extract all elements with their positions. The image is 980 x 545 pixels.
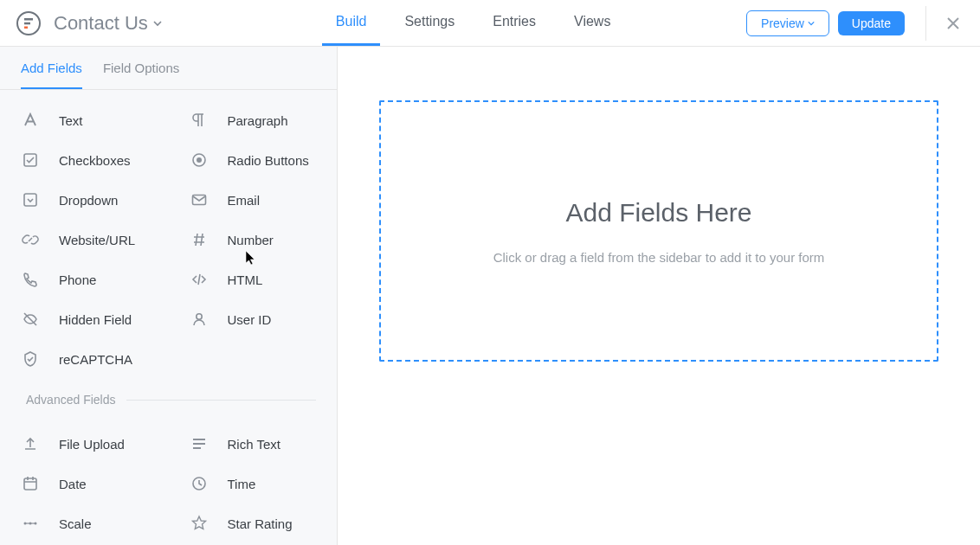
link-icon: [21, 230, 40, 249]
date-icon: [21, 474, 40, 493]
advanced-fields-grid: File Upload Rich Text Date Time Scale St…: [0, 414, 337, 545]
field-label: Radio Buttons: [228, 153, 309, 168]
svg-rect-2: [24, 22, 30, 24]
recaptcha-icon: [21, 349, 40, 369]
field-label: HTML: [228, 272, 263, 287]
field-label: Star Rating: [228, 516, 293, 531]
field-text[interactable]: Text: [0, 100, 169, 140]
field-label: Dropdown: [59, 193, 118, 208]
field-label: Paragraph: [228, 113, 288, 128]
richtext-icon: [190, 434, 209, 453]
field-label: Scale: [59, 516, 92, 531]
tab-settings[interactable]: Settings: [390, 0, 468, 46]
section-label: Advanced Fields: [26, 393, 116, 407]
tab-label: Build: [336, 14, 367, 29]
divider-line: [126, 400, 316, 401]
field-number[interactable]: Number: [169, 220, 338, 260]
field-label: Phone: [59, 272, 96, 287]
upload-icon: [21, 434, 40, 453]
form-title-label: Contact Us: [54, 12, 148, 35]
header-actions: Preview Update: [746, 6, 964, 41]
update-button[interactable]: Update: [838, 11, 905, 35]
chevron-down-icon: [153, 19, 162, 28]
sidebar-tab-label: Add Fields: [21, 61, 82, 75]
svg-rect-10: [24, 478, 36, 490]
text-a-icon: [21, 111, 40, 130]
field-label: reCAPTCHA: [59, 352, 132, 367]
chevron-down-icon: [808, 20, 815, 27]
tab-label: Views: [574, 14, 610, 29]
checkbox-icon: [21, 151, 40, 170]
field-time[interactable]: Time: [169, 464, 338, 503]
email-icon: [190, 190, 209, 209]
sidebar-tab-field-options[interactable]: Field Options: [103, 47, 179, 89]
canvas: Add Fields Here Click or drag a field fr…: [338, 47, 980, 545]
main-tabs: Build Settings Entries Views: [322, 0, 635, 46]
field-label: Text: [59, 113, 83, 128]
tab-views[interactable]: Views: [560, 0, 624, 46]
tab-label: Settings: [404, 14, 455, 29]
button-label: Preview: [761, 16, 804, 30]
field-website-url[interactable]: Website/URL: [0, 220, 169, 260]
hash-icon: [190, 230, 209, 249]
phone-icon: [21, 270, 40, 289]
tab-entries[interactable]: Entries: [479, 0, 550, 46]
field-label: Hidden Field: [59, 312, 132, 327]
field-label: Rich Text: [228, 437, 280, 452]
svg-rect-7: [24, 194, 36, 206]
field-html[interactable]: HTML: [169, 260, 338, 299]
field-label: Website/URL: [59, 233, 135, 247]
field-checkboxes[interactable]: Checkboxes: [0, 140, 169, 180]
tab-label: Entries: [493, 14, 536, 29]
form-title-dropdown[interactable]: Contact Us: [54, 12, 162, 35]
field-label: Email: [228, 193, 261, 208]
app-logo-icon: [16, 10, 42, 36]
app-header: Contact Us Build Settings Entries Views …: [0, 0, 980, 47]
field-label: User ID: [228, 312, 272, 327]
svg-rect-1: [24, 18, 33, 21]
sidebar-tab-label: Field Options: [103, 61, 179, 75]
field-phone[interactable]: Phone: [0, 260, 169, 299]
button-label: Update: [852, 16, 891, 30]
star-icon: [190, 514, 209, 533]
sidebar-tabs: Add Fields Field Options: [0, 47, 337, 90]
field-scale[interactable]: Scale: [0, 503, 169, 543]
field-label: Checkboxes: [59, 153, 131, 168]
dropzone-subtitle: Click or drag a field from the sidebar t…: [493, 250, 825, 265]
advanced-fields-heading: Advanced Fields: [0, 386, 337, 414]
svg-rect-8: [192, 196, 205, 205]
field-dropdown[interactable]: Dropdown: [0, 180, 169, 220]
field-email[interactable]: Email: [169, 180, 338, 220]
field-rich-text[interactable]: Rich Text: [169, 424, 338, 464]
field-date[interactable]: Date: [0, 464, 169, 503]
field-label: Time: [228, 477, 256, 491]
radio-icon: [190, 151, 209, 170]
close-icon[interactable]: [942, 12, 964, 35]
field-label: File Upload: [59, 437, 125, 452]
field-recaptcha[interactable]: reCAPTCHA: [0, 339, 169, 379]
preview-button[interactable]: Preview: [746, 10, 829, 36]
field-hidden[interactable]: Hidden Field: [0, 299, 169, 339]
sidebar-tab-add-fields[interactable]: Add Fields: [21, 47, 82, 89]
scale-icon: [21, 514, 40, 533]
svg-point-9: [196, 314, 201, 319]
tab-build[interactable]: Build: [322, 0, 381, 46]
field-paragraph[interactable]: Paragraph: [169, 100, 338, 140]
field-file-upload[interactable]: File Upload: [0, 424, 169, 464]
svg-rect-3: [24, 26, 28, 29]
sidebar: Add Fields Field Options Text Paragraph …: [0, 47, 338, 545]
hidden-icon: [21, 310, 40, 329]
field-radio-buttons[interactable]: Radio Buttons: [169, 140, 338, 180]
svg-point-6: [197, 157, 202, 163]
field-label: Date: [59, 477, 87, 491]
dropzone-title: Add Fields Here: [565, 198, 751, 228]
basic-fields-grid: Text Paragraph Checkboxes Radio Buttons …: [0, 90, 337, 386]
field-user-id[interactable]: User ID: [169, 299, 338, 339]
divider: [925, 6, 926, 41]
paragraph-icon: [190, 111, 209, 130]
form-dropzone[interactable]: Add Fields Here Click or drag a field fr…: [379, 100, 938, 362]
html-icon: [190, 270, 209, 289]
field-label: Number: [228, 233, 274, 247]
user-icon: [190, 310, 209, 329]
field-star-rating[interactable]: Star Rating: [169, 503, 338, 543]
